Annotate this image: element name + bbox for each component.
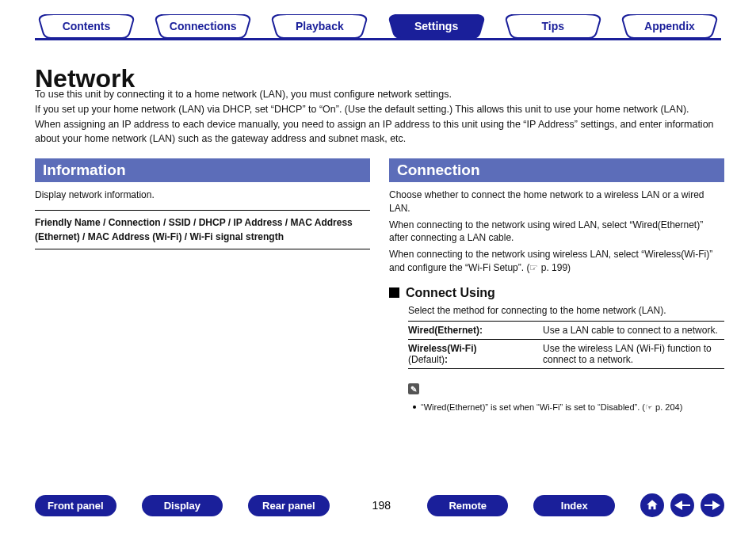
tab-label: Tips — [502, 14, 605, 38]
option-val-wireless: Use the wireless LAN (Wi-Fi) function to… — [543, 343, 724, 365]
bullet-icon — [413, 405, 416, 409]
arrow-left-icon — [674, 501, 690, 510]
top-tabs: Contents Connections Playback Settings T… — [35, 14, 721, 40]
tab-label: Playback — [268, 14, 371, 38]
tab-contents[interactable]: Contents — [35, 14, 138, 38]
tab-label: Connections — [151, 14, 254, 38]
tab-settings[interactable]: Settings — [385, 14, 488, 38]
subheading-label: Connect Using — [406, 286, 495, 299]
connection-p1: Choose whether to connect the home netwo… — [389, 188, 724, 215]
prev-page-button[interactable] — [670, 493, 694, 517]
section-header-connection: Connection — [389, 158, 724, 182]
page-number: 198 — [372, 499, 391, 512]
section-header-information: Information — [35, 158, 370, 182]
square-bullet-icon — [389, 287, 399, 298]
content-columns: Information Display network information.… — [35, 158, 724, 413]
information-fields: Friendly Name / Connection / SSID / DHCP… — [35, 210, 370, 249]
arrow-right-icon — [704, 501, 720, 510]
note-icon: ✎ — [408, 383, 419, 394]
connect-using-desc: Select the method for connecting to the … — [408, 305, 724, 316]
connection-p2: When connecting to the network using wir… — [389, 219, 724, 246]
option-key-wired: Wired(Ethernet): — [408, 325, 483, 336]
note-line: “Wired(Ethernet)” is set when “Wi-Fi” is… — [408, 402, 724, 413]
home-icon — [645, 498, 659, 512]
option-default-label: (Default) — [408, 354, 445, 365]
option-key-colon: : — [445, 354, 448, 365]
link-front-panel[interactable]: Front panel — [35, 495, 116, 516]
options-table: Wired(Ethernet): Use a LAN cable to conn… — [408, 321, 724, 369]
tab-label: Settings — [385, 14, 488, 38]
connection-p3-close: ) — [567, 262, 571, 273]
tab-appendix[interactable]: Appendix — [618, 14, 721, 38]
option-key-wireless: Wireless(Wi-Fi) — [408, 343, 476, 354]
bottom-bar: Front panel Display Rear panel 198 Remot… — [35, 493, 724, 517]
link-display[interactable]: Display — [142, 495, 223, 516]
tab-label: Appendix — [618, 14, 721, 38]
page-ref-204[interactable]: ☞ p. 204 — [645, 402, 680, 412]
nav-icons — [640, 493, 724, 517]
option-row-wired: Wired(Ethernet): Use a LAN cable to conn… — [408, 322, 724, 339]
note-text: “Wired(Ethernet)” is set when “Wi-Fi” is… — [421, 402, 645, 412]
home-button[interactable] — [640, 493, 664, 517]
intro-line: To use this unit by connecting it to a h… — [35, 89, 452, 100]
page-ref-199[interactable]: ☞ p. 199 — [529, 262, 567, 273]
option-val-wired: Use a LAN cable to connect to a network. — [543, 325, 724, 336]
subheading-connect-using: Connect Using — [389, 286, 724, 300]
next-page-button[interactable] — [701, 493, 724, 517]
column-information: Information Display network information.… — [35, 158, 370, 413]
connect-using-body: Select the method for connecting to the … — [408, 305, 724, 413]
information-desc: Display network information. — [35, 188, 370, 202]
tab-connections[interactable]: Connections — [151, 14, 254, 38]
connection-p3: When connecting to the network using wir… — [389, 248, 724, 275]
tab-playback[interactable]: Playback — [268, 14, 371, 38]
note-close: ) — [680, 402, 683, 412]
option-row-wireless: Wireless(Wi-Fi) (Default): Use the wirel… — [408, 339, 724, 368]
tab-label: Contents — [35, 14, 138, 38]
tab-tips[interactable]: Tips — [502, 14, 605, 38]
intro-line: When assigning an IP address to each dev… — [35, 119, 714, 145]
intro-line: If you set up your home network (LAN) vi… — [35, 104, 689, 115]
link-rear-panel[interactable]: Rear panel — [248, 495, 330, 516]
link-index[interactable]: Index — [533, 495, 615, 516]
intro-text: To use this unit by connecting it to a h… — [35, 87, 724, 147]
column-connection: Connection Choose whether to connect the… — [389, 158, 724, 413]
link-remote[interactable]: Remote — [427, 495, 509, 516]
